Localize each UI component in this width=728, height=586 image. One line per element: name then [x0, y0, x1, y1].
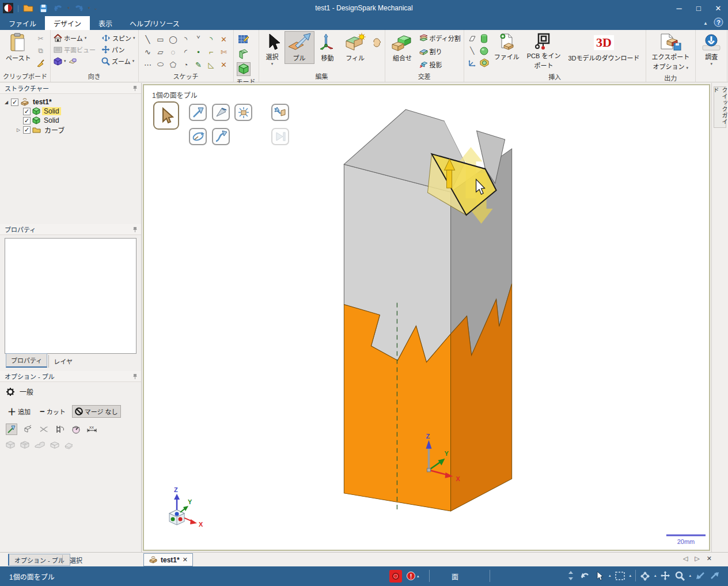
box-select-icon[interactable] — [615, 570, 625, 581]
tab-design[interactable]: デザイン — [45, 16, 90, 30]
sketch-plane-icon[interactable]: ✎ — [192, 58, 205, 71]
undo-icon[interactable] — [52, 2, 64, 14]
minimize-button[interactable]: ─ — [669, 0, 689, 16]
pull-both-tool[interactable] — [22, 424, 33, 435]
snapshot-icon[interactable] — [68, 57, 78, 66]
copy-icon[interactable]: ⧉ — [35, 46, 46, 56]
import-pcb-button[interactable]: PCB をイン ポート — [524, 31, 564, 71]
prev-tab-icon[interactable]: ◁ — [683, 555, 688, 562]
tree-item-solid-1[interactable]: ✓ Solid — [3, 107, 141, 116]
zoom-button[interactable]: ズーム▾ — [101, 55, 135, 67]
format-painter-icon[interactable] — [35, 58, 46, 68]
zoom-dropdown-icon[interactable]: ▴ — [689, 573, 691, 578]
cut-icon[interactable]: ✂ — [35, 33, 46, 44]
checkbox[interactable]: ✓ — [23, 117, 31, 124]
trim-icon[interactable]: ✕ — [218, 33, 230, 46]
arc-icon[interactable]: ◝ — [180, 33, 192, 46]
panel-tab-options-pull[interactable]: オプション - プル — [8, 554, 70, 566]
split-body-button[interactable]: ボディ分割 — [419, 32, 461, 44]
construction-circle-icon[interactable]: ◌ — [167, 46, 180, 58]
app-logo-icon[interactable] — [2, 2, 14, 14]
replace-icon[interactable] — [371, 37, 382, 47]
solid-mode-button[interactable] — [237, 62, 251, 76]
box-select-dropdown-icon[interactable]: ▴ — [629, 573, 631, 578]
cylinder-icon[interactable] — [479, 33, 490, 44]
select-dropdown-icon[interactable]: ▴ — [609, 573, 611, 578]
combine-button[interactable]: 組合せ — [388, 31, 417, 64]
tab-properties[interactable]: プロパティ — [6, 353, 47, 368]
pan-tool-icon[interactable] — [660, 570, 670, 581]
rectangle-icon[interactable]: ▭ — [154, 33, 167, 46]
sketch-mode-button[interactable] — [237, 32, 251, 46]
download-3d-button[interactable]: 3D 3Dモデルのダウンロード — [565, 31, 642, 64]
plane-icon[interactable] — [467, 33, 477, 44]
select-cursor-icon[interactable] — [594, 570, 605, 581]
cut-option[interactable]: −カット — [37, 404, 69, 418]
sweep-arc-icon[interactable]: ◜ — [180, 46, 192, 58]
pin-icon[interactable] — [132, 85, 138, 92]
ellipse-icon[interactable]: ⬭ — [154, 58, 167, 71]
add-option[interactable]: ＋追加 — [5, 403, 33, 419]
redo-icon[interactable] — [73, 2, 85, 14]
orbit-icon[interactable] — [640, 570, 650, 581]
pull-scale-button[interactable] — [234, 104, 252, 121]
tangent-arc-icon[interactable]: ᘁ — [192, 33, 205, 46]
home-button[interactable]: ホーム▾ — [54, 32, 96, 44]
project-button[interactable]: 投影 — [419, 59, 461, 70]
polygon-icon[interactable]: ⬠ — [167, 58, 180, 71]
bend-icon[interactable]: ⌐ — [205, 46, 218, 58]
undo-view-icon[interactable] — [580, 570, 590, 581]
point-icon[interactable]: • — [192, 46, 205, 58]
model-viewport[interactable]: Z Y X Z — [143, 84, 710, 551]
panel-tab-select[interactable]: 選択 — [65, 554, 88, 566]
three-point-arc-icon[interactable]: ◔ — [180, 58, 192, 71]
pull-direction-button[interactable] — [189, 104, 207, 121]
zoom-tool-icon[interactable] — [674, 570, 685, 581]
tree-root[interactable]: ◢ ✓ test1* — [3, 97, 141, 107]
save-icon[interactable] — [37, 2, 49, 14]
orbit-dropdown-icon[interactable]: ▴ — [654, 573, 657, 578]
pull-handle-shaft[interactable] — [447, 170, 452, 188]
gauge-tool[interactable] — [70, 424, 82, 435]
checkbox[interactable]: ✓ — [23, 126, 31, 134]
select-target-button[interactable] — [153, 101, 179, 130]
document-tab[interactable]: test1* ✕ — [143, 553, 193, 566]
select-button[interactable]: 選択▾ — [262, 31, 283, 68]
plan-view-button[interactable]: 平面ビュー — [54, 44, 96, 55]
preset-box-icon[interactable] — [50, 441, 59, 449]
next-tab-icon[interactable]: ▷ — [695, 555, 699, 562]
tab-file[interactable]: ファイル — [0, 16, 45, 30]
pull-up-to-button[interactable] — [271, 104, 289, 121]
polygon-rect-icon[interactable]: ▱ — [154, 46, 167, 58]
pin-icon[interactable] — [132, 226, 138, 233]
preset-cube-icon[interactable] — [6, 441, 15, 449]
tree-item-curves[interactable]: ▷ ✓ カーブ — [3, 125, 141, 134]
tree-item-solid-2[interactable]: ✓ Solid — [3, 116, 141, 125]
zoom-out-arrow-icon[interactable] — [710, 570, 720, 581]
undo-dropdown[interactable]: ▾ — [67, 6, 70, 10]
fill-button[interactable]: フィル — [341, 31, 370, 64]
pull-sweep-path-button[interactable] — [212, 128, 230, 145]
customize-qat-dropdown[interactable]: ⌄ — [93, 5, 98, 11]
properties-grid[interactable] — [5, 238, 136, 354]
circle-icon[interactable]: ◯ — [167, 33, 180, 46]
paste-button[interactable]: ペースト — [3, 31, 33, 64]
split-curve-icon[interactable]: ✄ — [218, 46, 230, 58]
pull-direction-tool[interactable] — [6, 424, 17, 435]
split-button[interactable]: 割り — [419, 46, 461, 57]
spin-button[interactable]: スピン▾ — [101, 32, 135, 44]
pin-icon[interactable] — [132, 373, 138, 380]
pan-button[interactable]: パン — [101, 44, 135, 55]
no-direction-tool[interactable] — [38, 424, 50, 435]
checkbox[interactable]: ✓ — [23, 108, 31, 115]
delete-curve-icon[interactable]: ✕ — [218, 58, 230, 71]
move-button[interactable]: 移動 — [316, 31, 339, 64]
pull-revolve-button[interactable] — [189, 128, 207, 145]
export-options-button[interactable]: エクスポート オプション ▾ — [649, 31, 693, 73]
line-icon[interactable]: ╲ — [142, 33, 154, 46]
sphere-icon[interactable] — [479, 46, 490, 56]
gyroid-icon[interactable] — [479, 58, 490, 68]
options-general-row[interactable]: 一般 — [0, 382, 141, 400]
no-merge-option[interactable]: マージ なし — [72, 405, 121, 418]
tab-display[interactable]: 表示 — [90, 16, 121, 30]
